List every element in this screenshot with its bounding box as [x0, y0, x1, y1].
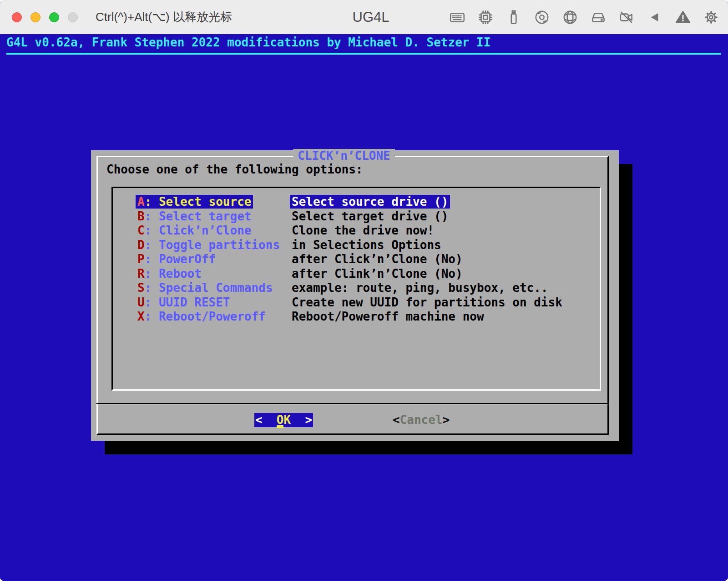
camera-off-icon[interactable] — [618, 9, 635, 26]
menu-item-desc: in Selections Options — [290, 238, 443, 252]
menu-item-a[interactable]: A: Select source Select source drive () — [113, 195, 600, 209]
button-separator — [96, 403, 609, 404]
menu-item-tag-cell: S: Special Commands — [136, 281, 274, 295]
menu-item-s[interactable]: S: Special Commands example: route, ping… — [113, 281, 600, 296]
click-n-clone-dialog: CLICK’n’CLONE Choose one of the followin… — [91, 150, 619, 441]
vm-toolbar — [449, 0, 720, 34]
menu-item-p[interactable]: P: PowerOff after Click’n’Clone (No) — [113, 252, 600, 267]
menu-item-tag-cell: C: Click’n’Clone — [136, 224, 253, 237]
vm-window: Ctrl(^)+Alt(⌥) 以释放光标 UG4L — [0, 0, 728, 581]
back-arrow-icon[interactable] — [646, 9, 663, 26]
menu-item-b[interactable]: B: Select target Select target drive () — [113, 209, 600, 224]
menu-item-tag-cell: P: PowerOff — [136, 252, 217, 266]
menu-item-d[interactable]: D: Toggle partitions in Selections Optio… — [113, 238, 600, 253]
menu-item-desc: Create new UUID for partitions on disk — [290, 296, 564, 309]
menu-item-key: D — [137, 238, 145, 252]
menu-item-key: S — [137, 281, 145, 295]
window-title: UG4L — [353, 0, 389, 34]
menu-item-key: C — [137, 224, 145, 237]
window-titlebar: Ctrl(^)+Alt(⌥) 以释放光标 UG4L — [0, 0, 728, 34]
menu-item-tag: : Select source — [145, 195, 252, 209]
menu-item-tag-cell: D: Toggle partitions — [136, 238, 282, 252]
menu-item-key: B — [137, 209, 145, 223]
menu-item-tag: : Special Commands — [145, 281, 273, 295]
menu-item-key: A — [137, 195, 145, 209]
menu-item-desc: after Clink’n’Clone (No) — [290, 267, 465, 280]
menu-item-tag: : UUID RESET — [145, 296, 230, 309]
traffic-lights — [12, 12, 78, 22]
menu-item-desc: after Click’n’Clone (No) — [290, 252, 465, 266]
cpu-icon[interactable] — [477, 9, 494, 26]
menu-item-x[interactable]: X: Reboot/Poweroff Reboot/Poweroff machi… — [113, 310, 600, 324]
header-divider — [6, 53, 721, 55]
menu-item-u[interactable]: U: UUID RESET Create new UUID for partit… — [113, 296, 600, 310]
menu-item-desc: Clone the drive now! — [290, 224, 436, 237]
g4l-version-header: G4L v0.62a, Frank Stephen 2022 modificat… — [6, 36, 490, 49]
cancel-label: Cancel — [400, 413, 443, 427]
close-button[interactable] — [12, 12, 22, 22]
cancel-right-bracket: > — [443, 413, 450, 427]
menu-item-tag: : Click’n’Clone — [145, 224, 252, 237]
zoom-button[interactable] — [49, 12, 59, 22]
minimize-button[interactable] — [30, 12, 40, 22]
menu-item-tag-cell: U: UUID RESET — [136, 296, 232, 309]
cancel-button[interactable]: <Cancel> — [393, 413, 450, 427]
menu-item-key: R — [137, 267, 145, 280]
menu-item-tag: : Toggle partitions — [145, 238, 280, 252]
options-menu: A: Select source Select source drive () … — [111, 187, 601, 391]
settings-gear-icon[interactable] — [703, 9, 720, 26]
ok-label: OK — [277, 413, 291, 427]
dialog-prompt: Choose one of the following options: — [106, 163, 363, 176]
dialog-title: CLICK’n’CLONE — [293, 149, 395, 163]
menu-item-tag: : Select target — [145, 209, 252, 223]
menu-item-tag: : PowerOff — [145, 252, 216, 266]
menu-rows: A: Select source Select source drive () … — [113, 188, 600, 389]
menu-item-tag-cell: A: Select source — [136, 195, 253, 209]
menu-item-c[interactable]: C: Click’n’Clone Clone the drive now! — [113, 224, 600, 238]
console-screen: G4L v0.62a, Frank Stephen 2022 modificat… — [0, 34, 728, 581]
menu-item-tag-cell: B: Select target — [136, 209, 253, 223]
cancel-left-bracket: < — [393, 413, 400, 427]
ok-hotkey-cursor — [277, 425, 283, 428]
ok-button[interactable]: < OK > — [254, 413, 313, 427]
menu-item-r[interactable]: R: Reboot after Clink’n’Clone (No) — [113, 267, 600, 281]
network-globe-icon[interactable] — [561, 9, 579, 26]
usb-drive-icon[interactable] — [505, 9, 522, 26]
menu-item-tag: : Reboot/Poweroff — [145, 310, 266, 323]
menu-item-tag-cell: R: Reboot — [136, 267, 203, 280]
extra-window-button[interactable] — [68, 12, 78, 22]
menu-item-desc: Select target drive () — [290, 209, 450, 223]
menu-item-tag-cell: X: Reboot/Poweroff — [136, 310, 268, 323]
menu-item-desc: Select source drive () — [290, 195, 450, 209]
warning-icon[interactable] — [674, 9, 692, 26]
optical-disc-icon[interactable] — [533, 9, 551, 26]
menu-item-desc: example: route, ping, busybox, etc.. — [290, 281, 550, 295]
menu-item-tag: : Reboot — [145, 267, 202, 280]
menu-item-desc: Reboot/Poweroff machine now — [290, 310, 486, 323]
keyboard-icon[interactable] — [449, 9, 466, 26]
capture-hint-label: Ctrl(^)+Alt(⌥) 以释放光标 — [96, 0, 232, 34]
hard-drive-icon[interactable] — [590, 9, 607, 26]
menu-item-key: U — [137, 296, 145, 309]
menu-item-key: X — [137, 310, 145, 323]
ok-right-bracket: > — [305, 413, 312, 427]
ok-left-bracket: < — [255, 413, 263, 427]
menu-item-key: P — [137, 252, 145, 266]
